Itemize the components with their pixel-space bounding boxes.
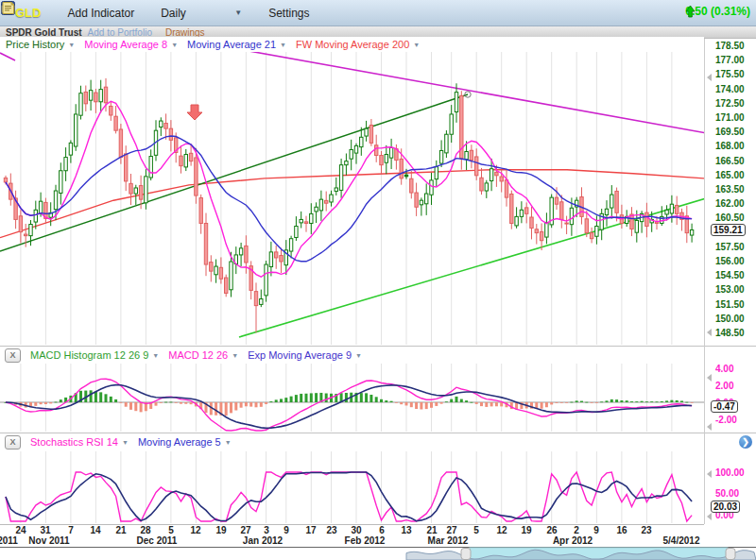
macd-axis-label: -2.00 xyxy=(715,415,737,425)
price-axis-label: 162.00 xyxy=(715,198,745,209)
macd-dropdown[interactable]: MACD 12 26 ▼ xyxy=(168,349,238,361)
chevron-down-icon: ▼ xyxy=(122,439,129,446)
ma200-dropdown[interactable]: FW Moving Average 200 ▼ xyxy=(296,39,420,50)
date-axis-month-label: Dec 2011 xyxy=(137,535,178,546)
chevron-down-icon: ▼ xyxy=(280,42,286,48)
macd-axis-scroll-down-icon[interactable] xyxy=(707,423,712,431)
date-axis-day-label: 17 xyxy=(305,525,316,535)
twitter-icon[interactable] xyxy=(386,5,402,21)
price-axis-scroll-down-icon[interactable] xyxy=(707,329,712,336)
drawings-menu[interactable]: Drawings xyxy=(165,27,205,38)
date-axis-day-label: 27 xyxy=(240,525,250,535)
price-axis-label: 148.50 xyxy=(715,328,745,338)
date-axis-day-label: 12 xyxy=(190,525,200,535)
navigator-right-handle[interactable] xyxy=(726,549,735,560)
date-axis-month-label: Mar 2012 xyxy=(428,535,469,546)
current-macd-box: -0.47 xyxy=(711,400,738,413)
price-axis-label: 175.50 xyxy=(715,69,745,79)
current-stoch-box: 20.03 xyxy=(711,501,740,513)
price-panel-header: Price History ▼ Moving Average 8 ▼ Movin… xyxy=(0,37,704,52)
stoch-ma5-line xyxy=(6,472,692,521)
date-axis-day-label: 31 xyxy=(40,525,50,535)
chevron-down-icon: ▼ xyxy=(171,42,178,48)
ma21-dropdown[interactable]: Moving Average 21 ▼ xyxy=(187,39,286,50)
scroll-to-latest-button[interactable]: ❯ xyxy=(739,435,752,449)
date-axis-day-label: 14 xyxy=(90,525,100,535)
close-stoch-panel-button[interactable]: X xyxy=(5,435,21,450)
stoch-axis-label: 100.00 xyxy=(715,467,745,478)
database-icon[interactable] xyxy=(358,5,374,21)
price-axis-scroll-up-icon[interactable] xyxy=(707,74,712,81)
quote-change: 0.50 (0.31%) xyxy=(685,5,750,18)
macd-histogram-dropdown[interactable]: MACD Histogram 12 26 9 ▼ xyxy=(30,349,159,361)
period-dropdown[interactable]: Daily ▼ xyxy=(161,7,242,20)
alerts-alarm-icon[interactable] xyxy=(331,5,347,21)
add-to-portfolio-link[interactable]: Add to Portfolio xyxy=(88,27,152,38)
date-axis-month-label: Apr 2012 xyxy=(553,535,593,546)
ma8-dropdown[interactable]: Moving Average 8 ▼ xyxy=(84,39,178,50)
date-axis-day-label: 9 xyxy=(284,525,289,535)
date-axis-day-label: 9 xyxy=(593,525,599,535)
stoch-axis-scroll-up-icon[interactable] xyxy=(707,470,712,478)
chevron-down-icon: ▼ xyxy=(225,439,232,446)
panel-separators xyxy=(0,37,756,548)
date-axis-day-label: 2 xyxy=(574,525,579,535)
add-indicator-button[interactable]: Add Indicator xyxy=(67,7,134,20)
navigator-left-handle[interactable] xyxy=(461,549,471,560)
price-axis-label: 177.00 xyxy=(715,55,745,65)
price-chart-canvas[interactable] xyxy=(0,0,756,560)
chevron-down-icon: ▼ xyxy=(232,352,238,359)
date-axis-day-label: 21 xyxy=(115,525,126,535)
stoch-axis-label: 50.00 xyxy=(715,488,739,499)
range-navigator[interactable] xyxy=(406,548,756,560)
date-axis-day-label: 13 xyxy=(401,525,411,535)
price-axis-label: 178.50 xyxy=(715,41,745,51)
price-axis-label: 169.50 xyxy=(715,127,745,137)
date-axis-day-label: 21 xyxy=(426,525,437,535)
close-macd-panel-button[interactable]: X xyxy=(5,348,21,363)
camera-icon[interactable] xyxy=(440,5,456,21)
chevron-down-icon: ▼ xyxy=(355,352,362,359)
price-axis-label: 160.50 xyxy=(715,212,745,223)
date-axis-month-label: Nov 2011 xyxy=(28,535,69,546)
date-axis-day-label: 26 xyxy=(546,525,557,535)
top-toolbar: GLD Add Indicator Daily ▼ Settings xyxy=(0,0,756,26)
chevron-down-icon: ▼ xyxy=(234,8,242,17)
current-price-box: 159.21 xyxy=(711,224,746,236)
price-axis-label: 150.00 xyxy=(715,314,745,324)
price-axis-label: 165.00 xyxy=(715,170,745,180)
stoch-ma5-dropdown[interactable]: Moving Average 5 ▼ xyxy=(138,436,232,448)
price-axis-label: 172.50 xyxy=(715,98,745,109)
ma8-line xyxy=(6,101,692,277)
price-history-dropdown[interactable]: Price History ▼ xyxy=(6,39,75,50)
macd-panel-header: X MACD Histogram 12 26 9 ▼ MACD 12 26 ▼ … xyxy=(0,348,704,363)
notes-icon[interactable] xyxy=(468,5,484,21)
macd-axis-scroll-up-icon[interactable] xyxy=(707,374,712,382)
date-axis-day-label: 6 xyxy=(379,525,385,535)
date-axis-month-label: 5/4/2012 xyxy=(663,535,700,546)
date-axis-day-label: 27 xyxy=(446,525,456,535)
candlesticks xyxy=(4,78,694,332)
toolbar-icon-group xyxy=(331,5,484,21)
date-axis-day-label: 12 xyxy=(496,525,507,535)
up-arrow-icon xyxy=(685,5,696,18)
settings-button[interactable]: Settings xyxy=(268,7,309,20)
date-axis-day-label: 19 xyxy=(215,525,226,535)
symbol-fullname: SPDR Gold Trust xyxy=(6,27,82,38)
macd-ema9-dropdown[interactable]: Exp Moving Average 9 ▼ xyxy=(248,349,362,361)
stoch-axis-scroll-down-icon[interactable] xyxy=(707,513,712,520)
charting-app-window: GLD Add Indicator Daily ▼ Settings xyxy=(0,0,756,560)
date-axis-month-label: Jan 2012 xyxy=(243,535,283,546)
stoch-panel-header: X Stochastics RSI 14 ▼ Moving Average 5 … xyxy=(0,434,704,450)
price-axis-label: 156.00 xyxy=(715,256,745,266)
date-axis-day-label: 23 xyxy=(641,525,651,535)
stoch-rsi-dropdown[interactable]: Stochastics RSI 14 ▼ xyxy=(30,436,129,448)
date-axis-day-label: 19 xyxy=(521,525,531,535)
date-axis-day-label: 24 xyxy=(15,525,26,535)
price-axis-label: 153.00 xyxy=(715,284,745,295)
ma21-line xyxy=(6,136,692,262)
sell-signal-arrow-icon xyxy=(187,105,202,120)
facebook-icon[interactable] xyxy=(413,5,429,21)
period-value: Daily xyxy=(161,7,186,20)
price-axis-label: 154.50 xyxy=(715,270,745,280)
